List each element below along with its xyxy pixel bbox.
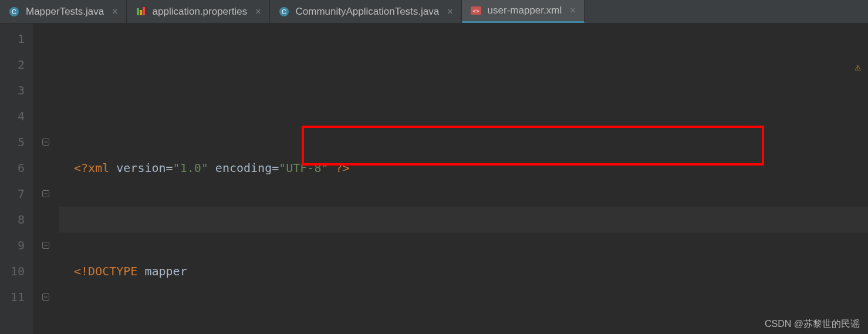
fold-gutter [33,23,59,334]
line-number: 4 [0,103,25,129]
tab-community-application-tests[interactable]: C CommunityApplicationTests.java × [270,0,462,23]
tab-label: MapperTests.java [26,6,104,18]
xml-file-icon: <> [470,5,482,16]
svg-rect-4 [143,7,145,15]
line-number: 11 [0,284,25,310]
line-number: 3 [0,77,25,103]
svg-text:C: C [282,8,286,15]
svg-rect-3 [140,10,142,15]
code-line: <?xml version="1.0" encoding="UTF-8" ?> [59,155,868,181]
close-icon[interactable]: × [570,5,575,16]
code-editor: ⚠ 1 2 3 4 5 6 7 8 9 10 11 <?xml version=… [0,23,868,334]
editor-tabs-bar: C MapperTests.java × application.propert… [0,0,868,23]
tab-label: CommunityApplicationTests.java [296,6,440,18]
svg-text:C: C [12,8,16,15]
java-file-icon: C [8,6,20,18]
close-icon[interactable]: × [447,6,452,17]
line-number: 6 [0,155,25,181]
properties-file-icon [135,6,147,18]
close-icon[interactable]: × [255,6,261,17]
line-number: 5 [0,129,25,155]
svg-text:<>: <> [472,8,479,14]
line-number: 2 [0,52,25,77]
svg-rect-2 [137,8,139,15]
warning-icon[interactable]: ⚠ [855,54,861,80]
line-number: 10 [0,258,25,284]
line-number-gutter: 1 2 3 4 5 6 7 8 9 10 11 [0,23,33,334]
java-file-icon: C [278,6,290,18]
tab-user-mapper-xml[interactable]: <> user-mapper.xml × [462,0,585,23]
line-number: 8 [0,207,25,232]
close-icon[interactable]: × [112,6,117,17]
fold-toggle[interactable] [33,232,58,258]
tab-label: application.properties [153,6,248,18]
line-number: 7 [0,181,25,207]
tab-mapper-tests[interactable]: C MapperTests.java × [0,0,127,23]
fold-toggle[interactable] [33,129,58,155]
code-line: <!DOCTYPE mapper [59,258,868,284]
line-number: 1 [0,26,25,52]
tab-label: user-mapper.xml [488,5,562,16]
watermark-text: CSDN @苏黎世的民谣 [765,318,860,330]
code-area[interactable]: <?xml version="1.0" encoding="UTF-8" ?> … [59,23,868,334]
fold-toggle[interactable] [33,284,58,310]
fold-toggle[interactable] [33,181,58,207]
line-number: 9 [0,232,25,258]
current-line-highlight [59,207,868,232]
tab-application-properties[interactable]: application.properties × [127,0,270,23]
